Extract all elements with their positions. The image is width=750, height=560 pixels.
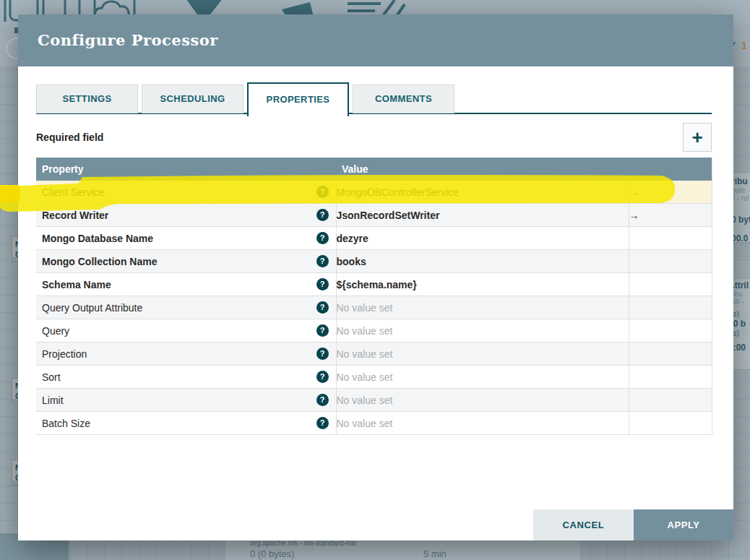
- dialog-title: Configure Processor: [38, 14, 218, 66]
- goto-cell-empty: [629, 412, 712, 435]
- goto-cell-empty: [629, 250, 712, 273]
- property-row[interactable]: Client Service?MongoDBControllerService→: [36, 181, 712, 204]
- cancel-button[interactable]: CANCEL: [533, 509, 634, 540]
- property-row[interactable]: Query?No value set: [36, 319, 712, 343]
- property-name-cell[interactable]: Client Service?: [36, 181, 336, 204]
- property-row[interactable]: Query Output Attribute?No value set: [36, 296, 712, 319]
- property-row[interactable]: Mongo Database Name?dezyre: [36, 227, 712, 250]
- help-icon[interactable]: ?: [316, 278, 329, 290]
- processor-stat-text: 0 (0 bytes): [250, 548, 294, 559]
- goto-cell-empty: [629, 366, 712, 389]
- tab-settings[interactable]: SETTINGS: [36, 85, 138, 113]
- help-icon[interactable]: ?: [316, 301, 329, 314]
- background-text-fragment: ribu: [731, 176, 748, 186]
- goto-cell-empty: [629, 343, 712, 366]
- help-icon[interactable]: ?: [316, 371, 329, 383]
- property-value-cell[interactable]: No value set: [336, 389, 629, 412]
- property-name: Limit: [42, 395, 64, 406]
- property-name-cell[interactable]: Sort?: [36, 366, 336, 389]
- help-icon[interactable]: ?: [316, 186, 329, 198]
- tab-comments[interactable]: COMMENTS: [353, 85, 454, 113]
- property-name: Record Writer: [42, 210, 108, 221]
- value-column-header: Value: [336, 158, 629, 181]
- property-row[interactable]: Schema Name?${schema.name}: [36, 273, 712, 296]
- goto-cell-empty: [629, 389, 712, 412]
- required-field-label: Required field: [36, 132, 103, 143]
- property-name-cell[interactable]: Batch Size?: [36, 412, 336, 435]
- help-icon[interactable]: ?: [316, 394, 329, 406]
- help-icon[interactable]: ?: [316, 232, 329, 244]
- goto-cell-empty: [629, 296, 712, 319]
- property-name-cell[interactable]: Query Output Attribute?: [36, 296, 336, 319]
- screen: ⟳ 1 ribubutefi - nif)0 byt)00.0 Attriltr…: [0, 0, 750, 560]
- property-row[interactable]: Mongo Collection Name?books: [36, 250, 712, 273]
- goto-cell[interactable]: →: [629, 204, 712, 227]
- property-name: Mongo Database Name: [42, 233, 153, 244]
- help-icon[interactable]: ?: [316, 324, 329, 337]
- help-icon[interactable]: ?: [316, 255, 329, 267]
- property-name-cell[interactable]: Mongo Database Name?: [36, 227, 336, 250]
- property-name-cell[interactable]: Limit?: [36, 389, 336, 412]
- property-name: Mongo Collection Name: [42, 256, 157, 267]
- property-value-cell[interactable]: dezyre: [336, 227, 629, 250]
- go-to-service-icon[interactable]: →: [629, 210, 639, 221]
- property-value-cell[interactable]: JsonRecordSetWriter: [336, 204, 629, 227]
- property-column-header: Property: [36, 158, 336, 181]
- property-value-cell[interactable]: MongoDBControllerService: [336, 181, 629, 204]
- help-icon[interactable]: ?: [316, 209, 329, 221]
- goto-cell-empty: [629, 319, 712, 343]
- property-name: Schema Name: [42, 279, 111, 290]
- help-icon[interactable]: ?: [316, 417, 329, 429]
- property-name: Sort: [42, 371, 61, 383]
- background-text-fragment: fi - nif: [731, 194, 749, 202]
- status-count: 1: [741, 40, 747, 51]
- property-value-cell[interactable]: ${schema.name}: [336, 273, 629, 296]
- property-row[interactable]: Limit?No value set: [36, 389, 712, 412]
- properties-table: Property Value Client Service?MongoDBCon…: [36, 158, 712, 435]
- property-value-cell[interactable]: books: [336, 250, 629, 273]
- table-header-row: Property Value: [36, 158, 712, 181]
- property-name: Projection: [42, 348, 87, 360]
- property-name-cell[interactable]: Mongo Collection Name?: [36, 250, 336, 273]
- property-name-cell[interactable]: Query?: [36, 319, 336, 343]
- tab-scheduling[interactable]: SCHEDULING: [142, 85, 243, 113]
- background-text-fragment: 0 byt: [731, 215, 750, 225]
- dialog-header: Configure Processor: [18, 14, 733, 66]
- property-value-cell[interactable]: No value set: [336, 343, 629, 366]
- property-name-cell[interactable]: Schema Name?: [36, 273, 336, 296]
- add-property-button[interactable]: +: [683, 123, 712, 152]
- configure-processor-dialog: Configure Processor SETTINGSSCHEDULINGPR…: [18, 14, 733, 540]
- go-to-service-icon[interactable]: →: [629, 186, 639, 198]
- goto-cell-empty: [629, 227, 712, 250]
- property-value-cell[interactable]: No value set: [336, 296, 629, 319]
- goto-cell-empty: [629, 273, 712, 296]
- property-name: Batch Size: [42, 418, 90, 429]
- property-row[interactable]: Record Writer?JsonRecordSetWriter→: [36, 204, 712, 227]
- goto-column-header: [629, 158, 712, 181]
- tab-properties[interactable]: PROPERTIES: [247, 82, 349, 116]
- help-icon[interactable]: ?: [316, 348, 329, 360]
- property-row[interactable]: Sort?No value set: [36, 366, 712, 389]
- property-row[interactable]: Projection?No value set: [36, 343, 712, 366]
- processor-stat-text: 5 min: [423, 548, 447, 559]
- property-row[interactable]: Batch Size?No value set: [36, 412, 712, 435]
- property-value-cell[interactable]: No value set: [336, 366, 629, 389]
- property-name: Client Service: [42, 186, 104, 198]
- property-name-cell[interactable]: Record Writer?: [36, 204, 336, 227]
- property-name: Query: [42, 325, 69, 337]
- property-value-cell[interactable]: No value set: [336, 412, 629, 435]
- goto-cell[interactable]: →: [629, 181, 712, 204]
- property-value-cell[interactable]: No value set: [336, 319, 629, 343]
- background-processor-box: org.apache.nifi - nifi-standard-nar 0 (0…: [224, 538, 581, 560]
- background-text-fragment: 00.0: [731, 233, 748, 244]
- apply-button[interactable]: APPLY: [634, 509, 733, 540]
- property-name-cell[interactable]: Projection?: [36, 343, 336, 366]
- property-name: Query Output Attribute: [42, 302, 142, 314]
